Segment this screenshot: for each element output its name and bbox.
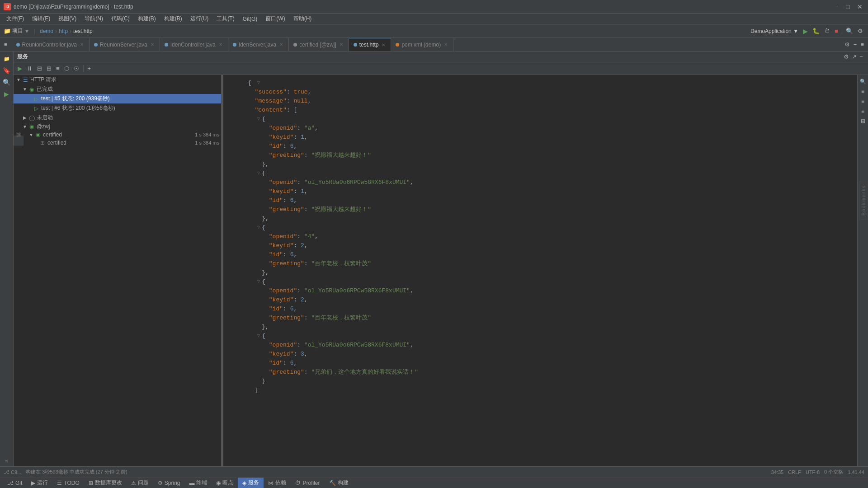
- menu-help[interactable]: 帮助(H): [290, 14, 316, 23]
- tree-item-test5[interactable]: ▷ test | #5 状态: 200 (939毫秒): [14, 94, 221, 103]
- right-btn-4[interactable]: ≡: [859, 107, 868, 116]
- right-btn-3[interactable]: ≡: [859, 97, 868, 106]
- menu-build[interactable]: 构建(B): [160, 14, 186, 23]
- fold-4[interactable]: ▽: [256, 106, 261, 115]
- service-collapse-btn[interactable]: −: [858, 52, 864, 61]
- tab-close-pom[interactable]: ✕: [443, 42, 448, 47]
- filter-btn[interactable]: ⊟: [36, 64, 43, 73]
- tree-item-certified[interactable]: ⊞ certified 1 s 384 ms: [14, 139, 221, 147]
- fold-1[interactable]: ▽: [256, 79, 261, 88]
- btn-run[interactable]: ▶ 运行: [27, 478, 52, 488]
- tab-collapse-btn[interactable]: −: [852, 40, 859, 49]
- btn-db[interactable]: ⊞ 数据库更改: [84, 478, 127, 488]
- btn-git[interactable]: ⎇ Git: [3, 478, 27, 488]
- tree-item-not-started[interactable]: ▶ ◯ 未启动: [14, 113, 221, 122]
- tab-pom[interactable]: pom.xml (demo) ✕: [391, 38, 453, 51]
- bookmarks-label[interactable]: Bookmarks: [859, 181, 868, 220]
- git-status[interactable]: ⎇ C9...: [4, 469, 21, 475]
- menu-nav[interactable]: 导航(N): [81, 14, 107, 23]
- filter2-btn[interactable]: ≡: [55, 64, 61, 73]
- tab-http[interactable]: test.http ✕: [349, 38, 392, 51]
- tree-item-test6[interactable]: ▷ test | #6 状态: 200 (1秒56毫秒): [14, 103, 221, 113]
- fold-17[interactable]: ▽: [256, 223, 261, 232]
- settings2-btn[interactable]: ☉: [72, 64, 80, 73]
- run-config-selector[interactable]: DemoApplication ▼: [749, 27, 800, 35]
- btn-services[interactable]: ◈ 服务: [238, 478, 264, 488]
- breadcrumb-file[interactable]: test.http: [73, 28, 93, 34]
- open-in-btn[interactable]: ⬡: [63, 64, 71, 73]
- run-all-btn[interactable]: ▶: [16, 64, 24, 73]
- project-tool-btn[interactable]: 📁: [1, 53, 12, 64]
- tab-cert[interactable]: certified [@zwj] ✕: [289, 38, 349, 51]
- tab-settings-btn[interactable]: ⚙: [843, 40, 851, 49]
- pause-btn[interactable]: ⏸: [25, 64, 34, 73]
- menu-edit[interactable]: 编辑(E): [28, 14, 54, 23]
- menu-run[interactable]: 运行(U): [187, 14, 212, 23]
- menu-code[interactable]: 代码(C): [108, 14, 133, 23]
- tab-more-btn[interactable]: ≡: [859, 40, 865, 49]
- bookmark-tool-btn[interactable]: 🔖: [1, 65, 12, 76]
- tab-list-btn[interactable]: ≡: [3, 40, 9, 49]
- tab-java2[interactable]: ReunionServer.java ✕: [90, 38, 160, 51]
- menu-tools[interactable]: 工具(T): [213, 14, 238, 23]
- btn-breakpoints[interactable]: ◉ 断点: [212, 478, 238, 488]
- tab-close-java4[interactable]: ✕: [278, 42, 284, 47]
- breadcrumb-demo[interactable]: demo: [40, 28, 53, 34]
- right-btn-5[interactable]: ⊞: [859, 117, 868, 126]
- minimize-button[interactable]: −: [833, 3, 840, 10]
- menu-git[interactable]: Git(G): [239, 15, 261, 23]
- debug-btn[interactable]: 🐛: [811, 27, 821, 35]
- menu-file[interactable]: 文件(F): [3, 14, 28, 23]
- run-tool-btn[interactable]: ▶: [1, 89, 12, 99]
- btn-terminal[interactable]: ▬ 终端: [184, 478, 212, 488]
- fold-11[interactable]: ▽: [256, 169, 261, 178]
- btn-profiler[interactable]: ⏱ Profiler: [291, 478, 324, 488]
- breadcrumb-http[interactable]: http: [59, 28, 68, 34]
- profile-btn[interactable]: ⏱: [823, 27, 831, 35]
- tab-java4[interactable]: IdenServer.java ✕: [228, 38, 289, 51]
- fold-29[interactable]: ▽: [256, 332, 261, 341]
- btn-spring[interactable]: ⚙ Spring: [153, 478, 185, 488]
- status-indent[interactable]: 0 个空格: [824, 469, 843, 475]
- bookmarks-side-panel[interactable]: Bookmarks: [859, 181, 868, 220]
- tree-item-completed[interactable]: ▼ ◉ 已完成: [14, 84, 221, 94]
- run-btn[interactable]: ▶: [802, 27, 809, 36]
- structure-side-panel[interactable]: 结构: [14, 136, 24, 145]
- search-everywhere-btn[interactable]: 🔍: [844, 27, 854, 35]
- find-tool-btn[interactable]: 🔍: [1, 77, 12, 88]
- tree-item-zwj[interactable]: ▼ ◉ @zwj: [14, 122, 221, 131]
- service-expand-btn[interactable]: ↗: [850, 52, 858, 61]
- menu-view[interactable]: 视图(V): [55, 14, 80, 23]
- right-btn-2[interactable]: ≡: [859, 87, 868, 96]
- fold-23[interactable]: ▽: [256, 277, 261, 286]
- btn-todo[interactable]: ☰ TODO: [52, 478, 84, 488]
- tab-close-http[interactable]: ✕: [381, 42, 386, 48]
- stop-btn[interactable]: ■: [833, 27, 840, 35]
- status-position[interactable]: 34:35: [771, 469, 784, 475]
- btn-problems[interactable]: ⚠ 问题: [127, 478, 153, 488]
- project-arrow[interactable]: ▼: [24, 28, 29, 34]
- tab-close-java2[interactable]: ✕: [150, 42, 155, 47]
- tab-close-java3[interactable]: ✕: [218, 42, 223, 47]
- right-btn-1[interactable]: 🔍: [859, 77, 868, 86]
- maximize-button[interactable]: □: [844, 3, 852, 10]
- add-btn[interactable]: +: [86, 64, 93, 73]
- settings-btn[interactable]: ⚙: [856, 27, 864, 35]
- tab-close-cert[interactable]: ✕: [339, 42, 344, 47]
- tab-java3[interactable]: IdenController.java ✕: [160, 38, 228, 51]
- tab-java1[interactable]: ReunionController.java ✕: [12, 38, 90, 51]
- btn-depends[interactable]: ⋈ 依赖: [264, 478, 291, 488]
- tree-item-http-requests[interactable]: ▼ ☰ HTTP 请求: [14, 75, 221, 84]
- tab-close-java1[interactable]: ✕: [79, 42, 85, 47]
- btn-build[interactable]: 🔨 构建: [325, 478, 353, 488]
- fold-5[interactable]: ▽: [256, 115, 261, 124]
- structure-label[interactable]: 结构: [14, 136, 24, 145]
- close-button[interactable]: ✕: [855, 3, 864, 10]
- status-encoding[interactable]: UTF-8: [806, 469, 820, 475]
- collapse-all-btn[interactable]: ⊞: [45, 64, 53, 73]
- menu-window[interactable]: 窗口(W): [262, 14, 288, 23]
- menu-refactor[interactable]: 构建(B): [134, 14, 160, 23]
- service-settings-btn[interactable]: ⚙: [842, 52, 850, 61]
- tree-item-certified-group[interactable]: ▼ ◉ certified 1 s 384 ms: [14, 131, 221, 139]
- status-line-ending[interactable]: CRLF: [788, 469, 801, 475]
